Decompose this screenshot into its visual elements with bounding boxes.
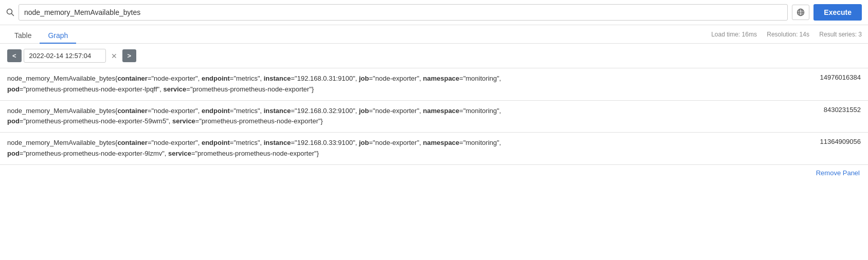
- tab-graph[interactable]: Graph: [40, 28, 76, 44]
- label-key: service: [163, 85, 186, 93]
- datetime-row: < ✕ >: [0, 44, 868, 68]
- metric-line2: pod="prometheus-prometheus-node-exporter…: [7, 84, 775, 95]
- label-val: "node-exporter": [373, 139, 419, 146]
- top-bar: Execute: [0, 0, 868, 25]
- label-val: "metrics": [233, 107, 260, 115]
- metric-name: node_memory_MemAvailable_bytes: [7, 107, 115, 115]
- metric-label-cell: node_memory_MemAvailable_bytes{container…: [0, 68, 783, 101]
- metric-line1: node_memory_MemAvailable_bytes{container…: [7, 138, 775, 148]
- label-key: instance: [264, 75, 291, 82]
- label-val: "192.168.0.31:9100": [295, 75, 355, 82]
- tabs-left: Table Graph: [6, 28, 76, 43]
- label-val: "prometheus-prometheus-node-exporter-9lz…: [23, 150, 164, 157]
- tab-table[interactable]: Table: [6, 28, 40, 44]
- label-val: "metrics": [233, 75, 260, 82]
- label-key: endpoint: [202, 75, 230, 82]
- label-val: "node-exporter": [152, 139, 198, 146]
- label-val: "prometheus-prometheus-node-exporter-lpq…: [23, 85, 159, 93]
- metric-value-cell: 14976016384: [783, 68, 868, 101]
- clear-button[interactable]: ✕: [108, 51, 120, 61]
- label-val: "node-exporter": [152, 107, 198, 115]
- label-key: endpoint: [202, 139, 230, 146]
- metric-value-cell: 11364909056: [783, 133, 868, 164]
- table-row: node_memory_MemAvailable_bytes{container…: [0, 68, 868, 101]
- results-table: node_memory_MemAvailable_bytes{container…: [0, 68, 868, 164]
- table-row: node_memory_MemAvailable_bytes{container…: [0, 100, 868, 133]
- label-key: service: [172, 117, 195, 125]
- result-series: Result series: 3: [819, 31, 862, 38]
- search-icon: [6, 8, 14, 16]
- label-val: "metrics": [233, 139, 260, 146]
- label-val: "192.168.0.32:9100": [295, 107, 355, 115]
- label-key: container: [117, 75, 148, 82]
- metric-name: node_memory_MemAvailable_bytes: [7, 139, 115, 146]
- label-val: "monitoring": [463, 107, 499, 115]
- datetime-input[interactable]: [24, 49, 106, 63]
- meta-info: Load time: 16ms Resolution: 14s Result s…: [703, 31, 862, 41]
- prev-button[interactable]: <: [7, 49, 22, 62]
- execute-button[interactable]: Execute: [813, 4, 862, 21]
- metric-label-cell: node_memory_MemAvailable_bytes{container…: [0, 100, 783, 133]
- table-row: node_memory_MemAvailable_bytes{container…: [0, 133, 868, 164]
- label-key: service: [168, 150, 191, 157]
- label-val: "node-exporter": [373, 75, 419, 82]
- label-key: endpoint: [202, 107, 230, 115]
- footer-row: Remove Panel: [0, 164, 868, 181]
- label-key: pod: [7, 117, 20, 125]
- label-key: job: [359, 107, 369, 115]
- label-key: container: [117, 107, 148, 115]
- globe-button[interactable]: [792, 5, 809, 20]
- label-val: "node-exporter": [373, 107, 419, 115]
- label-val: "prometheus-prometheus-node-exporter": [195, 150, 316, 157]
- metric-line2: pod="prometheus-prometheus-node-exporter…: [7, 148, 775, 159]
- load-time: Load time: 16ms: [711, 31, 757, 38]
- metric-value-cell: 8430231552: [783, 100, 868, 133]
- label-key: namespace: [423, 107, 460, 115]
- metric-label-cell: node_memory_MemAvailable_bytes{container…: [0, 133, 783, 164]
- label-key: pod: [7, 85, 20, 93]
- label-val: "monitoring": [463, 75, 499, 82]
- metric-name: node_memory_MemAvailable_bytes: [7, 75, 115, 82]
- tabs-row: Table Graph Load time: 16ms Resolution: …: [0, 25, 868, 44]
- label-val: "prometheus-prometheus-node-exporter": [190, 85, 312, 93]
- label-key: pod: [7, 150, 20, 157]
- label-val: "monitoring": [463, 139, 499, 146]
- query-input[interactable]: [19, 4, 788, 21]
- resolution: Resolution: 14s: [767, 31, 809, 38]
- label-key: container: [117, 139, 148, 146]
- metric-line1: node_memory_MemAvailable_bytes{container…: [7, 73, 775, 84]
- label-val: "prometheus-prometheus-node-exporter": [199, 117, 320, 125]
- label-val: "prometheus-prometheus-node-exporter-59w…: [23, 117, 168, 125]
- label-key: job: [359, 75, 369, 82]
- label-val: "node-exporter": [152, 75, 198, 82]
- label-key: job: [359, 139, 369, 146]
- metric-line1: node_memory_MemAvailable_bytes{container…: [7, 106, 775, 117]
- label-key: instance: [264, 139, 291, 146]
- label-key: namespace: [423, 75, 460, 82]
- metric-line2: pod="prometheus-prometheus-node-exporter…: [7, 116, 775, 127]
- label-key: instance: [264, 107, 291, 115]
- svg-line-1: [12, 14, 14, 16]
- label-val: "192.168.0.33:9100": [295, 139, 355, 146]
- next-button[interactable]: >: [122, 49, 137, 62]
- remove-panel-button[interactable]: Remove Panel: [816, 169, 860, 177]
- label-key: namespace: [423, 139, 460, 146]
